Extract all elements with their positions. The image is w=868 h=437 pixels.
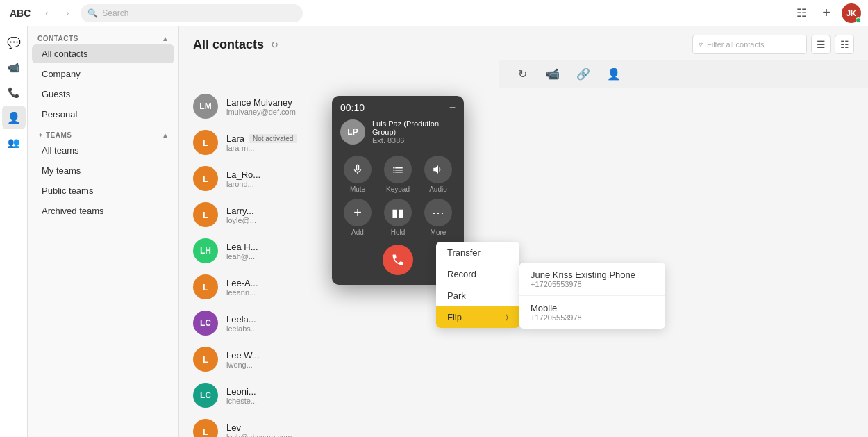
avatar: LH	[193, 238, 218, 263]
list-item[interactable]: L Larry... loyle@...	[179, 197, 868, 233]
list-view-button[interactable]: ☰	[811, 35, 831, 54]
person-action-icon[interactable]: 👤	[604, 64, 624, 83]
reply-action-icon[interactable]: ↻	[512, 64, 532, 83]
nav-item-public-teams[interactable]: Public teams	[32, 181, 174, 200]
contact-email: loyle@...	[226, 216, 854, 224]
contact-info: Lea H... leah@...	[226, 242, 854, 261]
user-status-dot	[856, 17, 861, 23]
search-placeholder: Search	[102, 8, 128, 18]
page-title: All contacts	[193, 38, 264, 52]
minimize-call-button[interactable]: −	[449, 101, 456, 114]
filter-placeholder: Filter all contacts	[707, 40, 765, 49]
add-call-button[interactable]: + Add	[344, 199, 372, 236]
list-item[interactable]: L Lev levb@abccorp.com	[179, 413, 868, 437]
contact-info: Lee W... lwong...	[226, 350, 854, 369]
call-contact-name: Luis Paz (Prodution Group)	[372, 119, 456, 136]
contact-info: Lev levb@abccorp.com	[226, 422, 854, 438]
hold-label: Hold	[391, 229, 406, 236]
nav-item-my-teams[interactable]: My teams	[32, 161, 174, 180]
contact-email: lwong...	[226, 361, 854, 369]
flip-option-number: +17205553978	[531, 313, 654, 322]
hold-button[interactable]: ▮▮ Hold	[384, 199, 412, 236]
grid-icon-button[interactable]: ☷	[792, 3, 811, 23]
flip-option-label: Mobile	[531, 303, 654, 313]
user-avatar[interactable]: JK	[842, 3, 861, 23]
keypad-label: Keypad	[386, 185, 410, 193]
sidebar-icon-chat[interactable]: 💬	[2, 31, 26, 54]
sidebar-icon-phone[interactable]: 📞	[2, 81, 26, 104]
add-button[interactable]: +	[817, 3, 836, 23]
more-button[interactable]: ⋯ More	[424, 199, 452, 236]
contact-name: La_Ro...	[226, 170, 854, 180]
avatar: LC	[193, 383, 218, 408]
contact-name: Lee W...	[226, 350, 854, 361]
avatar: L	[193, 130, 218, 155]
end-call-button[interactable]	[383, 245, 413, 275]
contact-email: lmulvaney@def.com	[226, 108, 854, 116]
flip-option-existing-phone[interactable]: June Kriss Existing Phone +17205553978	[519, 263, 665, 296]
contact-info: Lance Mulvaney lmulvaney@def.com	[226, 97, 854, 116]
avatar: L	[193, 274, 218, 299]
list-item[interactable]: LC Leoni... lcheste...	[179, 377, 868, 413]
flip-chevron-icon: 〉	[506, 313, 508, 322]
transfer-menu-item[interactable]: Transfer	[436, 242, 519, 263]
contact-info: Leoni... lcheste...	[226, 386, 854, 405]
sidebar-icon-teams[interactable]: 👥	[2, 131, 26, 154]
flip-option-mobile[interactable]: Mobile +17205553978	[519, 296, 665, 329]
contact-email: larond...	[226, 180, 854, 188]
park-menu-item[interactable]: Park	[436, 285, 519, 306]
list-item[interactable]: L La_Ro... larond...	[179, 160, 868, 197]
list-item[interactable]: LM Lance Mulvaney lmulvaney@def.com	[179, 88, 868, 124]
flip-option-label: June Kriss Existing Phone	[531, 270, 654, 280]
nav-forward-button[interactable]: ›	[60, 6, 75, 21]
nav-item-archived-teams[interactable]: Archived teams	[32, 201, 174, 220]
refresh-icon[interactable]: ↻	[271, 40, 278, 50]
teams-collapse-icon[interactable]: ▲	[162, 131, 169, 139]
filter-input[interactable]: ▿ Filter all contacts	[692, 35, 807, 54]
keypad-button[interactable]: Keypad	[384, 156, 412, 193]
sidebar-icon-meetings[interactable]: 📹	[2, 56, 26, 79]
nav-item-personal[interactable]: Personal	[32, 105, 174, 124]
more-label: More	[431, 229, 446, 236]
nav-item-all-teams[interactable]: All teams	[32, 141, 174, 160]
contact-info: Larry... loyle@...	[226, 206, 854, 224]
contact-name: Lara Not activated	[226, 133, 854, 144]
list-item[interactable]: L Lara Not activated lara-m...	[179, 124, 868, 160]
avatar: L	[193, 347, 218, 372]
contact-email: leah@...	[226, 252, 854, 261]
contacts-collapse-icon[interactable]: ▲	[162, 35, 169, 42]
avatar: LM	[193, 94, 218, 119]
video-action-icon[interactable]: 📹	[543, 64, 562, 83]
contact-email: lcheste...	[226, 397, 854, 405]
flip-label: Flip	[447, 312, 462, 322]
contact-name: Lea H...	[226, 242, 854, 252]
nav-item-all-contacts[interactable]: All contacts	[32, 44, 174, 63]
search-icon: 🔍	[87, 8, 98, 18]
search-bar[interactable]: 🔍 Search	[81, 4, 303, 22]
flip-menu-item[interactable]: Flip 〉	[436, 306, 519, 328]
nav-item-guests[interactable]: Guests	[32, 85, 174, 104]
record-menu-item[interactable]: Record	[436, 263, 519, 285]
call-timer: 00:10	[340, 102, 365, 113]
contact-email: levb@abccorp.com	[226, 433, 854, 438]
mute-button[interactable]: Mute	[344, 156, 372, 193]
nav-back-button[interactable]: ‹	[39, 6, 54, 21]
grid-view-button[interactable]: ☷	[835, 35, 854, 54]
audio-button[interactable]: Audio	[424, 156, 452, 193]
nav-item-company[interactable]: Company	[32, 65, 174, 83]
list-item[interactable]: L Lee W... lwong...	[179, 341, 868, 377]
link-action-icon[interactable]: 🔗	[574, 64, 593, 83]
contact-name: Leoni...	[226, 386, 854, 397]
contact-info: La_Ro... larond...	[226, 170, 854, 188]
contact-name: Lance Mulvaney	[226, 97, 854, 108]
avatar: L	[193, 419, 218, 437]
sidebar-icon-contacts[interactable]: 👤	[2, 106, 26, 129]
contact-action-bar: ↻ 📹 🔗 👤	[499, 60, 868, 88]
teams-section-header: TEAMS	[46, 131, 72, 139]
contacts-section-header: CONTACTS	[37, 35, 78, 42]
call-ext: Ext. 8386	[372, 136, 456, 145]
avatar: L	[193, 166, 218, 191]
mute-label: Mute	[350, 185, 365, 193]
avatar: LC	[193, 311, 218, 336]
more-dropdown-menu: Transfer Record Park Flip 〉	[436, 242, 519, 328]
